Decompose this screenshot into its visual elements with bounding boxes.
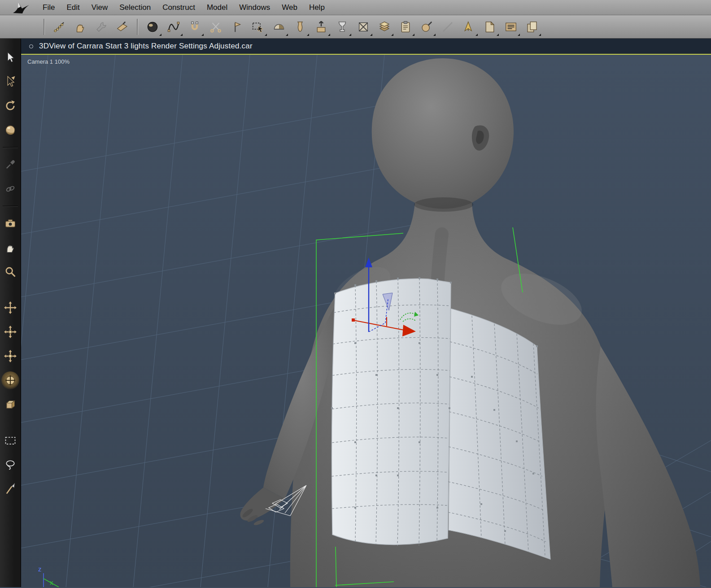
text-lines-tool[interactable]	[500, 17, 521, 37]
pen-nib-icon	[462, 20, 475, 34]
hand-icon	[74, 20, 87, 34]
camera-tool[interactable]	[1, 214, 19, 232]
marquee-transform-tool[interactable]	[247, 17, 268, 37]
magnet-icon	[188, 20, 201, 34]
boolean-tool[interactable]	[353, 17, 374, 37]
wire-brush-tool[interactable]	[48, 17, 70, 37]
menu-selection[interactable]: Selection	[113, 0, 157, 15]
viewport-window: 3DView of Carrara Start 3 lights Render …	[21, 39, 711, 587]
duplicate-pages-icon	[525, 20, 539, 34]
pen-tool[interactable]	[458, 17, 479, 37]
duplicate-tool[interactable]	[521, 17, 542, 37]
clipboard-tool[interactable]	[395, 17, 416, 37]
toolbar-separator	[44, 19, 44, 35]
eyedropper-icon	[4, 158, 17, 171]
page-flip-icon	[483, 20, 497, 34]
viewport-canvas[interactable]: z x Camera 1 100%	[21, 55, 711, 587]
cursor-arrow-dark-icon	[4, 75, 17, 88]
dome-tool[interactable]	[268, 17, 289, 37]
toolbar-separator	[3, 206, 18, 206]
select-tool[interactable]	[1, 48, 19, 66]
shaded-sphere-icon	[4, 124, 17, 136]
lathe-vase-icon	[293, 20, 307, 34]
text-lines-icon	[504, 20, 518, 34]
toolbar-separator	[137, 19, 138, 35]
curve-tool[interactable]	[163, 17, 184, 37]
scene-svg: z x	[21, 55, 711, 587]
sphere-pick-tool[interactable]	[416, 17, 437, 37]
menu-model[interactable]: Model	[201, 0, 233, 15]
sphere-icon	[146, 20, 159, 34]
camera-icon	[4, 217, 17, 230]
toolbar-separator	[3, 147, 18, 148]
eyedropper-tool[interactable]	[1, 156, 19, 174]
menu-web[interactable]: Web	[276, 0, 303, 15]
sphere-stick-icon	[420, 20, 433, 34]
move-tool[interactable]	[1, 299, 19, 317]
marquee-select-tool[interactable]	[1, 431, 19, 449]
bank-cube-tool[interactable]	[1, 396, 19, 414]
menu-windows[interactable]: Windows	[233, 0, 276, 15]
knife-icon	[4, 483, 17, 495]
link-tool[interactable]	[1, 180, 19, 198]
pan-hand-tool[interactable]	[70, 17, 91, 37]
cursor-arrow-icon	[4, 51, 17, 64]
wrench-icon	[95, 20, 108, 34]
smoother-tool[interactable]	[112, 17, 133, 37]
move-global-tool[interactable]	[1, 371, 19, 389]
menu-file[interactable]: File	[37, 0, 61, 15]
goblet-tool[interactable]	[332, 17, 353, 37]
pin-tool[interactable]	[226, 17, 247, 37]
menu-help[interactable]: Help	[303, 0, 331, 15]
curve-icon	[167, 20, 180, 34]
lasso-icon	[4, 458, 17, 471]
crossed-box-icon	[357, 20, 370, 34]
goblet-icon	[336, 20, 349, 34]
trowel-icon	[116, 20, 129, 34]
rotate-arrow-icon	[4, 100, 17, 112]
axis-z-label: z	[38, 565, 42, 573]
move-plane-tool[interactable]	[1, 323, 19, 341]
camera-label: Camera 1 100%	[27, 58, 70, 65]
scissors-icon	[209, 20, 222, 34]
top-toolbar	[0, 15, 711, 39]
menu-construct[interactable]: Construct	[157, 0, 201, 15]
carrara-logo-icon	[12, 1, 31, 14]
menu-bar: File Edit View Selection Construct Model…	[0, 0, 711, 15]
viewport-collapse-icon[interactable]	[29, 44, 33, 48]
clipboard-icon	[399, 20, 412, 34]
viewport-titlebar[interactable]: 3DView of Carrara Start 3 lights Render …	[21, 39, 711, 54]
scissors-tool[interactable]	[205, 17, 226, 37]
wrench-tool[interactable]	[91, 17, 112, 37]
zoom-tool[interactable]	[1, 263, 19, 281]
move-cross-icon	[4, 301, 17, 314]
dome-icon	[272, 20, 286, 34]
lathe-tool[interactable]	[289, 17, 310, 37]
side-toolbar	[0, 39, 21, 587]
magnifier-icon	[4, 266, 17, 278]
pan-tool[interactable]	[1, 239, 19, 257]
sphere-primitive-tool[interactable]	[142, 17, 163, 37]
lasso-select-tool[interactable]	[1, 456, 19, 474]
hand-icon	[4, 241, 17, 254]
line-tool[interactable]	[437, 17, 458, 37]
knife-tool[interactable]	[1, 480, 19, 498]
magnet-tool[interactable]	[184, 17, 205, 37]
chain-link-icon	[4, 183, 17, 195]
select-alt-tool[interactable]	[1, 73, 19, 91]
layers-tool[interactable]	[374, 17, 395, 37]
wire-brush-icon	[52, 20, 66, 34]
workspace: 3DView of Carrara Start 3 lights Render …	[0, 39, 711, 587]
menu-edit[interactable]: Edit	[61, 0, 85, 15]
viewport-title: 3DView of Carrara Start 3 lights Render …	[39, 42, 253, 51]
menu-view[interactable]: View	[86, 0, 114, 15]
move-3d-tool[interactable]	[1, 347, 19, 365]
extrude-icon	[314, 20, 328, 34]
page-flip-tool[interactable]	[479, 17, 500, 37]
pin-flag-icon	[230, 20, 244, 34]
shaded-sphere-tool[interactable]	[1, 121, 19, 139]
marquee-icon	[4, 434, 17, 447]
cube-icon	[4, 398, 17, 411]
rotate-view-tool[interactable]	[1, 97, 19, 115]
extrude-tool[interactable]	[310, 17, 332, 37]
